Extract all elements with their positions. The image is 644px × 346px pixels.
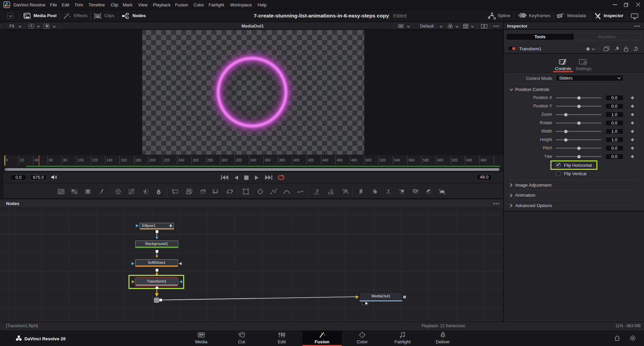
svg-text:660: 660 (481, 158, 487, 162)
svg-text:420: 420 (308, 158, 314, 162)
svg-text:640: 640 (466, 158, 472, 162)
svg-text:540: 540 (394, 158, 400, 162)
svg-text:360: 360 (265, 158, 271, 162)
svg-text:60: 60 (49, 158, 53, 162)
svg-text:480: 480 (351, 158, 357, 162)
svg-text:160: 160 (121, 158, 127, 162)
svg-text:380: 380 (279, 158, 285, 162)
svg-text:180: 180 (135, 158, 141, 162)
svg-text:120: 120 (92, 158, 98, 162)
svg-text:240: 240 (178, 158, 184, 162)
svg-text:0: 0 (6, 158, 8, 162)
svg-text:580: 580 (423, 158, 429, 162)
svg-text:220: 220 (164, 158, 170, 162)
svg-text:T: T (387, 188, 390, 193)
svg-text:620: 620 (452, 158, 458, 162)
svg-text:260: 260 (193, 158, 199, 162)
svg-text:300: 300 (222, 158, 228, 162)
svg-text:140: 140 (106, 158, 112, 162)
svg-text:40: 40 (35, 158, 39, 162)
svg-text:560: 560 (409, 158, 415, 162)
svg-text:200: 200 (150, 158, 156, 162)
svg-text:100: 100 (78, 158, 84, 162)
svg-text:460: 460 (337, 158, 343, 162)
svg-text:20: 20 (20, 158, 24, 162)
svg-text:440: 440 (322, 158, 328, 162)
svg-text:280: 280 (207, 158, 213, 162)
svg-text:340: 340 (250, 158, 256, 162)
svg-text:500: 500 (366, 158, 372, 162)
svg-text:T: T (87, 190, 89, 194)
svg-text:520: 520 (380, 158, 386, 162)
svg-text:80: 80 (63, 158, 67, 162)
svg-text:600: 600 (437, 158, 443, 162)
svg-text:400: 400 (293, 158, 300, 162)
svg-text:320: 320 (236, 158, 242, 162)
